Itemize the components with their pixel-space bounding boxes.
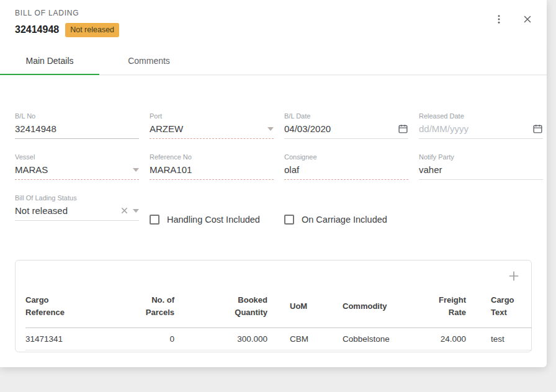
port-value[interactable]: ARZEW [150,123,264,134]
field-bl-no[interactable]: B/L No 32414948 [15,112,139,139]
field-vessel[interactable]: Vessel MARAS [15,153,139,180]
bl-date-label: B/L Date [284,112,408,120]
vessel-label: Vessel [15,153,139,161]
cell-commodity[interactable]: Cobbelstone [330,327,416,350]
checkbox-box-icon[interactable] [284,215,294,225]
cell-cargo-text[interactable]: test [466,327,532,350]
bol-status-value[interactable]: Not released [15,205,116,216]
port-label: Port [150,112,274,120]
close-button[interactable] [521,12,534,26]
field-port[interactable]: Port ARZEW [150,112,274,139]
col-booked-quantity: Booked Quantity [174,285,267,328]
cargo-table: Cargo Reference No. of Parcels Booked Qu… [25,285,532,350]
on-carriage-label: On Carriage Included [302,215,387,225]
close-icon [522,14,533,25]
calendar-icon[interactable] [398,123,408,134]
main-details-form: B/L No 32414948 Port ARZEW B/L Date 04/0… [0,112,547,235]
handling-cost-checkbox[interactable]: Handling Cost Included [150,215,260,225]
chevron-down-icon[interactable] [267,127,274,131]
handling-cost-cell: Handling Cost Included [150,194,274,235]
cargo-card: Cargo Reference No. of Parcels Booked Qu… [15,260,532,352]
field-bl-date[interactable]: B/L Date 04/03/2020 [284,112,408,139]
vessel-value[interactable]: MARAS [15,164,129,175]
on-carriage-checkbox[interactable]: On Carriage Included [284,215,387,225]
cell-cargo-reference[interactable]: 31471341 [25,327,125,350]
col-freight-rate: Freight Rate [416,285,466,328]
calendar-icon[interactable] [532,123,543,134]
bl-no-value[interactable]: 32414948 [15,123,139,134]
clear-icon[interactable] [120,206,129,215]
field-notify-party[interactable]: Notify Party vaher [419,153,543,180]
checkbox-box-icon[interactable] [150,215,159,225]
field-bol-status[interactable]: Bill Of Lading Status Not released [15,194,139,221]
notify-party-label: Notify Party [419,153,543,161]
kebab-menu-button[interactable] [492,12,506,26]
cell-uom[interactable]: CBM [267,327,330,350]
field-reference-no[interactable]: Reference No MARA101 [150,153,274,180]
kebab-menu-icon [493,14,504,25]
field-consignee[interactable]: Consignee olaf [284,153,408,180]
cell-freight-rate[interactable]: 24.000 [416,327,466,350]
dialog-header: BILL OF LADING 32414948 Not released [0,0,547,37]
tab-main-details[interactable]: Main Details [0,47,99,74]
on-carriage-cell: On Carriage Included [284,194,408,235]
status-badge: Not released [65,23,119,37]
reference-no-label: Reference No [150,153,274,161]
bill-of-lading-dialog: BILL OF LADING 32414948 Not released Mai… [0,0,547,367]
cell-no-of-parcels[interactable]: 0 [125,327,174,350]
handling-cost-label: Handling Cost Included [167,215,260,225]
tab-comments[interactable]: Comments [99,47,199,74]
document-number: 32414948 [15,24,59,35]
field-released-date[interactable]: Released Date dd/MM/yyyy [419,112,543,139]
dialog-eyebrow: BILL OF LADING [15,9,532,17]
add-icon [508,270,520,282]
cell-booked-quantity[interactable]: 300.000 [174,327,267,350]
col-uom: UoM [267,285,330,328]
chevron-down-icon[interactable] [133,168,139,172]
released-date-placeholder[interactable]: dd/MM/yyyy [419,123,529,134]
col-cargo-reference: Cargo Reference [25,285,125,328]
cargo-table-row[interactable]: 31471341 0 300.000 CBM Cobbelstone 24.00… [25,327,532,350]
tab-label: Main Details [25,56,73,66]
col-cargo-text: Cargo Text [466,285,532,328]
tab-bar: Main Details Comments [0,47,547,75]
consignee-value[interactable]: olaf [284,164,408,175]
col-commodity: Commodity [330,285,416,328]
col-no-of-parcels: No. of Parcels [125,285,174,328]
bol-status-label: Bill Of Lading Status [15,194,139,202]
tab-label: Comments [128,56,170,66]
reference-no-value[interactable]: MARA101 [150,164,274,175]
chevron-down-icon[interactable] [133,209,139,213]
consignee-label: Consignee [284,153,408,161]
released-date-label: Released Date [419,112,543,120]
bl-date-value[interactable]: 04/03/2020 [284,123,394,134]
cargo-table-header-row: Cargo Reference No. of Parcels Booked Qu… [25,285,532,328]
notify-party-value[interactable]: vaher [419,164,543,175]
bl-no-label: B/L No [15,112,139,120]
add-cargo-button[interactable] [506,269,521,283]
